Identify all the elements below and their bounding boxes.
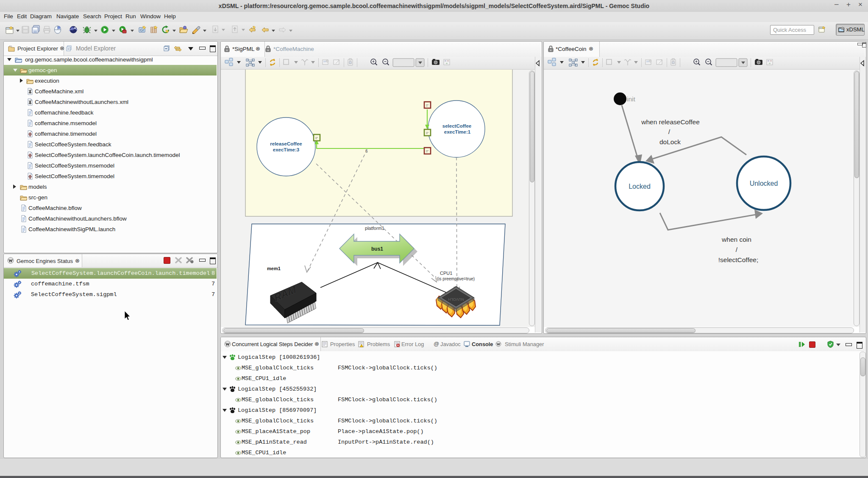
svg-text:execTime:1: execTime:1 [444,129,471,134]
svg-text:Locked: Locked [629,183,651,190]
svg-text:when coin: when coin [721,236,751,243]
svg-text:releaseCoffee: releaseCoffee [270,141,302,146]
svg-text:mem1: mem1 [267,266,281,271]
svg-text:CPU1: CPU1 [440,271,452,276]
svg-text:Unlocked: Unlocked [750,180,778,187]
svg-text:!selectCoffee;: !selectCoffee; [718,256,759,263]
svg-text:/: / [736,246,738,253]
svg-text:selectCoffee: selectCoffee [442,123,471,129]
svg-text:(is preemptive=true): (is preemptive=true) [437,277,475,281]
svg-text:bus1: bus1 [371,246,383,252]
svg-text:doLock: doLock [659,138,681,145]
svg-text:init: init [627,95,636,103]
svg-text:/: / [668,128,670,135]
svg-text:Gr: Gr [140,28,144,32]
svg-text:when releaseCoffee: when releaseCoffee [641,118,700,126]
svg-text:execTime:3: execTime:3 [273,147,299,152]
svg-text:NUVOLH: NUVOLH [448,297,464,302]
